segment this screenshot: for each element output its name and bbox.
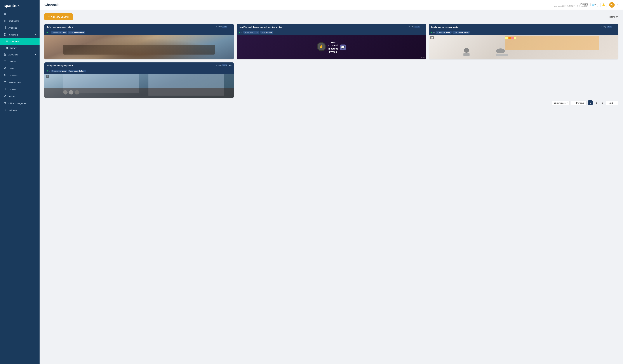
sidebar-item-label: Lockers [8,88,16,91]
content-area: + Add New Channel Filters Safety and eme… [40,10,623,364]
svg-rect-2 [5,26,6,29]
refresh-icon[interactable]: ↻ [49,31,50,33]
sidebar-item-locations[interactable]: Locations [0,72,40,79]
sidebar-item-analytics[interactable]: Analytics [0,24,40,31]
sidebar-item-label: Library [10,47,17,49]
card-date-text: 15 May [216,26,222,28]
channel-card: Safety and emergency alerts 15 May 2024 … [44,62,234,98]
logo-text: spantrek [4,3,20,8]
card-title: Safety and emergency alerts [46,64,215,67]
header: Channels Welcome Last login: DXB, 13:34 … [40,0,623,10]
card-more-button[interactable]: ••• [229,64,231,67]
right-arrow-icon: → [614,102,616,104]
svg-point-22 [4,89,5,89]
card-header: Safety and emergency alerts 15 May 2024 … [429,24,618,30]
card-date: 15 May 2024 [601,26,612,28]
toolbar: + Add New Channel Filters [44,13,618,20]
main-content: Channels Welcome Last login: DXB, 13:34 … [40,0,623,364]
refresh-icon[interactable]: ↻ [49,70,50,72]
notifications-button[interactable]: 🔔 [600,2,607,7]
sidebar-item-label: Locations [8,74,18,77]
language-button[interactable]: 🌐 ▾ [590,3,598,7]
sidebar-item-reservations[interactable]: Reservations [0,79,40,86]
sidebar-item-lockers[interactable]: Lockers [0,86,40,93]
card-title: New Microsoft Teams channel meeting invi… [239,26,407,28]
sidebar-item-incidents[interactable]: ℹ Incidents [0,107,40,114]
rows-dropdown-icon: ▾ [567,102,568,104]
sidebar-item-label: Publishing [8,34,18,36]
workplace-icon [4,53,6,56]
incidents-icon: ℹ [4,109,7,112]
refresh-icon[interactable]: ↻ [433,31,435,33]
page-number-1[interactable]: 1 [588,101,593,105]
teams-card-content: ▶ ✋ Newchannelmeetinginvites [237,35,426,60]
users-icon [4,67,7,70]
rows-per-page-label: 10 rows/page [554,102,566,104]
sidebar-item-dashboard[interactable]: ⊞ Dashboard [0,18,40,24]
sidebar-item-label: Devices [8,60,16,63]
type-tag: Type: Playlist [260,31,273,34]
sidebar-item-label: Office Management [8,102,27,105]
sidebar-item-users[interactable]: Users [0,65,40,72]
card-image[interactable]: 🖼 [44,74,234,98]
dashboard-icon: ⊞ [4,20,7,22]
screentime-tag: Screentime: Loop [436,31,452,34]
type-tag: Type: Single Video [68,31,85,34]
status-dot [46,32,48,33]
card-image[interactable]: ▶ ✋ Newchannelmeetinginvites [237,35,426,60]
sidebar-section-workplace[interactable]: Workplace ▾ [0,51,40,58]
card-header: New Microsoft Teams channel meeting invi… [237,24,426,30]
bell-icon: 🔔 [602,3,605,6]
sidebar-item-label: Reservations [8,81,21,84]
sidebar-item-office-management[interactable]: Office Management [0,100,40,107]
card-image[interactable]: 🖼 [429,35,618,60]
sidebar-item-label: Channels [10,40,19,43]
card-more-button[interactable]: ••• [421,26,424,28]
channels-grid: Safety and emergency alerts 15 May 2024 … [44,24,618,98]
channel-card: Safety and emergency alerts 15 May 2024 … [44,24,234,60]
status-dot [46,70,48,72]
card-title: Safety and emergency alerts [46,26,215,28]
pagination: 10 rows/page ▾ ← Previous 1 2 3 Next → [44,98,618,106]
sidebar-item-visitors[interactable]: Visitors [0,93,40,100]
page-number-3[interactable]: 3 [600,101,605,105]
lockers-icon [4,88,7,91]
card-tags: ↻ Screentime: Loop Type: Single Video [44,30,234,35]
previous-label: Previous [576,102,584,104]
next-button[interactable]: Next → [606,101,618,105]
card-year: 2024 [222,26,227,28]
screentime-tag: Screentime: Loop [51,31,67,34]
analytics-icon [4,26,7,29]
hamburger-icon: ☰ [4,12,6,15]
page-number-2[interactable]: 2 [594,101,599,105]
refresh-icon[interactable]: ↻ [241,31,243,33]
avatar[interactable]: PM [609,2,615,8]
last-login: Last login: DXB, 13:34 (GMT+4) · 7 May 2… [554,5,588,7]
card-date: 15 May 2024 [408,26,420,28]
card-more-button[interactable]: ••• [613,26,616,28]
sidebar-item-label: Visitors [8,95,16,98]
sidebar-item-devices[interactable]: Devices [0,58,40,65]
sidebar-item-label: Incidents [8,109,17,112]
card-more-button[interactable]: ••• [229,26,231,28]
card-year: 2024 [222,64,227,66]
visitors-icon [4,95,7,98]
add-channel-button[interactable]: + Add New Channel [44,13,73,20]
svg-rect-1 [5,27,5,29]
welcome-label: Welcome [554,3,588,5]
svg-rect-16 [4,81,6,83]
globe-dropdown-icon: ▾ [595,4,596,6]
sidebar-item-channels[interactable]: Channels [0,38,40,45]
card-image[interactable]: ▶ [44,35,234,60]
sidebar-section-publishing[interactable]: Publishing ▾ [0,31,40,38]
avatar-dropdown-icon[interactable]: ▾ [617,4,618,6]
library-icon [6,46,8,49]
rows-per-page-select[interactable]: 10 rows/page ▾ [552,101,570,105]
filters-button[interactable]: Filters [609,16,618,18]
previous-button[interactable]: ← Previous [571,101,587,105]
sidebar-item-library[interactable]: Library [0,45,40,51]
hamburger-button[interactable]: ☰ [0,11,40,18]
header-right: Welcome Last login: DXB, 13:34 (GMT+4) ·… [554,2,618,8]
svg-rect-11 [4,60,6,62]
chevron-down-icon: ▾ [35,34,36,36]
